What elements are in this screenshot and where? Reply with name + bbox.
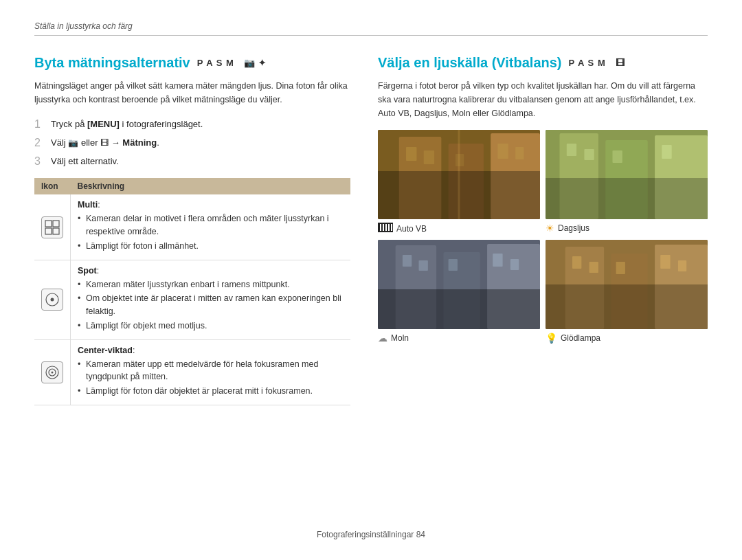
- svg-point-5: [51, 298, 54, 302]
- autovb-label: Auto VB: [378, 223, 540, 234]
- photo-item-dagsljus: ☀ Dagsljus: [546, 130, 708, 234]
- right-pasm: P A S M 🎞: [569, 58, 625, 68]
- glodlampa-text: Glödlampa: [561, 333, 600, 343]
- svg-rect-44: [510, 259, 519, 270]
- moln-text: Moln: [391, 333, 409, 343]
- page-footer: Fotograferingsinställningar 84: [34, 530, 708, 539]
- multi-bullet-1: Kameran delar in motivet i flera områden…: [78, 212, 344, 238]
- multi-icon: [41, 216, 63, 238]
- photo-dagsljus: [546, 130, 708, 219]
- left-section-title: Byta mätningsalternativ: [34, 55, 190, 71]
- step-3-text: Välj ett alternativ.: [51, 155, 119, 168]
- star-icon: ✦: [258, 58, 267, 68]
- spot-bullet-2: Om objektet inte är placerat i mitten av…: [78, 292, 344, 318]
- svg-rect-42: [449, 259, 458, 271]
- video-icon: 🎞: [100, 138, 109, 148]
- svg-rect-41: [419, 260, 428, 271]
- multi-bullet-2: Lämpligt för foton i allmänhet.: [78, 240, 344, 253]
- steps-list: 1 Tryck på [MENU] i fotograferingsläget.…: [34, 117, 350, 168]
- spot-bullet-1: Kameran mäter ljusstyrkan enbart i ramen…: [78, 278, 344, 291]
- wb-icon: [378, 223, 393, 234]
- table-header-desc: Beskrivning: [71, 178, 351, 194]
- svg-point-8: [52, 371, 54, 373]
- center-bullet-2: Lämpligt för foton där objektet är place…: [78, 385, 344, 398]
- photo-moln: [378, 240, 540, 329]
- svg-rect-24: [388, 224, 390, 231]
- photo-item-autovb: Auto VB: [378, 130, 540, 234]
- left-title-row: Byta mätningsalternativ P A S M 📷 ✦: [34, 55, 350, 71]
- center-icon: [41, 361, 63, 383]
- svg-rect-15: [424, 150, 434, 164]
- center-desc: Center-viktad: Kameran mäter upp ett med…: [71, 339, 351, 405]
- center-icon-cell: [34, 339, 71, 405]
- svg-rect-21: [380, 224, 381, 231]
- table-row-multi: Multi: Kameran delar in motivet i flera …: [34, 194, 350, 260]
- page-wrapper: Ställa in ljusstyrka och färg Byta mätni…: [0, 0, 742, 560]
- svg-rect-14: [406, 147, 416, 161]
- left-intro: Mätningsläget anger på vilket sätt kamer…: [34, 79, 350, 107]
- spot-icon: [41, 289, 63, 311]
- svg-rect-30: [546, 178, 708, 219]
- spot-desc: Spot: Kameran mäter ljusstyrkan enbart i…: [71, 260, 351, 339]
- step-2: 2 Välj 📷 eller 🎞 → Mätning.: [34, 136, 350, 150]
- svg-rect-34: [662, 145, 671, 159]
- main-content: Byta mätningsalternativ P A S M 📷 ✦ Mätn…: [34, 55, 708, 516]
- svg-rect-3: [53, 228, 59, 234]
- svg-rect-25: [391, 224, 392, 231]
- photo-glodlampa: [546, 240, 708, 329]
- right-section-title: Välja en ljuskälla (Vitbalans): [378, 55, 562, 71]
- table-row-center: Center-viktad: Kameran mäter upp ett med…: [34, 339, 350, 405]
- svg-rect-55: [546, 240, 708, 329]
- photo-item-glodlampa: 💡 Glödlampa: [546, 240, 708, 344]
- metering-table: Ikon Beskrivning: [34, 178, 350, 405]
- bulb-icon: 💡: [546, 333, 557, 344]
- photo-autovb: [378, 130, 540, 219]
- photo-grid: Auto VB: [378, 130, 708, 344]
- step-3: 3 Välj ett alternativ.: [34, 155, 350, 169]
- multi-desc: Multi: Kameran delar in motivet i flera …: [71, 194, 351, 260]
- table-header-icon: Ikon: [34, 178, 71, 194]
- camera-icon: 📷: [244, 58, 256, 68]
- step-1: 1 Tryck på [MENU] i fotograferingsläget.: [34, 117, 350, 132]
- svg-rect-17: [497, 144, 508, 159]
- spot-icon-cell: [34, 260, 71, 339]
- svg-rect-23: [385, 224, 387, 231]
- breadcrumb-bar: Ställa in ljusstyrka och färg: [34, 21, 708, 36]
- svg-rect-2: [45, 228, 52, 234]
- svg-rect-18: [515, 147, 524, 159]
- cloud-icon: ☁: [378, 333, 387, 344]
- footer-text: Fotograferingsinställningar 84: [317, 530, 425, 539]
- right-column: Välja en ljuskälla (Vitbalans) P A S M 🎞…: [378, 55, 708, 516]
- multi-icon-cell: [34, 194, 71, 260]
- left-pasm: P A S M 📷 ✦: [197, 58, 267, 68]
- svg-rect-43: [493, 254, 502, 267]
- sun-icon: ☀: [546, 223, 554, 234]
- svg-rect-1: [53, 221, 59, 227]
- dagsljus-label: ☀ Dagsljus: [546, 223, 708, 234]
- camera-small-icon: 📷: [68, 138, 78, 148]
- svg-rect-39: [378, 289, 540, 329]
- svg-rect-31: [567, 144, 576, 156]
- moln-label: ☁ Moln: [378, 333, 540, 344]
- table-row-spot: Spot: Kameran mäter ljusstyrkan enbart i…: [34, 260, 350, 339]
- left-column: Byta mätningsalternativ P A S M 📷 ✦ Mätn…: [34, 55, 350, 516]
- right-title-row: Välja en ljuskälla (Vitbalans) P A S M 🎞: [378, 55, 708, 71]
- svg-rect-22: [383, 224, 384, 231]
- svg-rect-40: [403, 255, 412, 267]
- photo-item-moln: ☁ Moln: [378, 240, 540, 344]
- dagsljus-text: Dagsljus: [558, 223, 589, 233]
- autovb-text: Auto VB: [396, 224, 427, 234]
- svg-rect-33: [612, 150, 622, 163]
- glodlampa-label: 💡 Glödlampa: [546, 333, 708, 344]
- breadcrumb: Ställa in ljusstyrka och färg: [34, 21, 133, 31]
- svg-rect-32: [584, 149, 594, 160]
- center-bullet-1: Kameran mäter upp ett medelvärde för hel…: [78, 358, 344, 384]
- video-reel-icon: 🎞: [616, 58, 625, 68]
- spot-bullet-3: Lämpligt för objekt med motljus.: [78, 320, 344, 333]
- svg-rect-0: [45, 221, 52, 227]
- right-intro: Färgerna i fotot beror på vilken typ och…: [378, 79, 708, 120]
